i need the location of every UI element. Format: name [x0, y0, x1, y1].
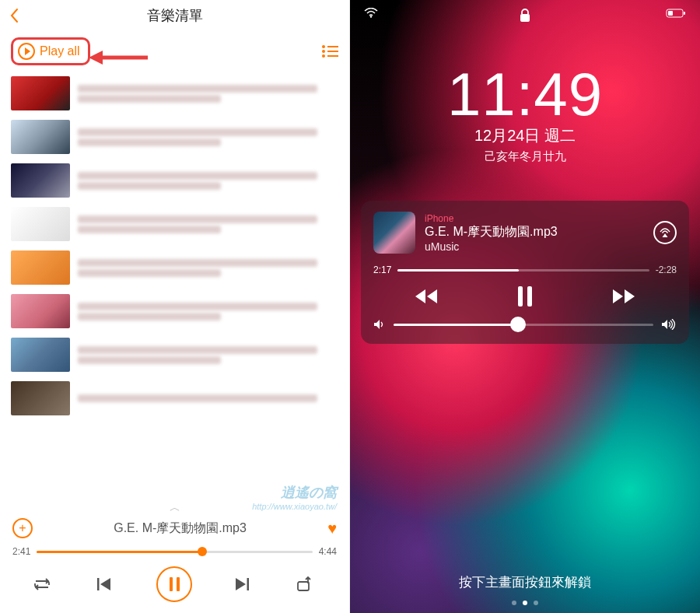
favorite-button[interactable]: ♥ [327, 520, 337, 538]
svg-marker-18 [663, 233, 668, 237]
media-widget: iPhone G.E. M-摩天動物園.mp3 uMusic 2:17 -2:2… [361, 201, 689, 344]
media-app-name: uMusic [425, 240, 644, 253]
svg-rect-7 [327, 55, 338, 57]
media-seek-fill [397, 269, 518, 271]
media-previous-button[interactable] [413, 287, 439, 306]
track-row[interactable] [0, 159, 349, 202]
track-title-blurred [78, 170, 338, 192]
unlock-hint: 按下主畫面按鈕來解鎖 [350, 573, 700, 591]
battery-icon [666, 9, 686, 18]
volume-low-icon [373, 319, 386, 330]
pause-icon [170, 577, 180, 591]
airplay-button[interactable] [653, 221, 677, 244]
track-title-blurred [78, 300, 338, 323]
next-button[interactable] [233, 576, 254, 593]
repeat-button[interactable] [33, 576, 54, 592]
back-button[interactable] [9, 8, 19, 23]
track-row[interactable] [0, 202, 349, 246]
volume-high-icon [661, 319, 677, 330]
svg-rect-16 [668, 11, 673, 16]
media-track-title: G.E. M-摩天動物園.mp3 [425, 224, 644, 240]
svg-marker-23 [374, 320, 380, 329]
track-row[interactable] [0, 72, 349, 115]
volume-slider[interactable] [394, 324, 653, 326]
seek-knob[interactable] [198, 547, 207, 556]
media-next-button[interactable] [611, 287, 637, 306]
play-all-label: Play all [40, 44, 80, 58]
track-title-blurred [78, 213, 338, 236]
track-thumbnail [11, 381, 70, 415]
media-seek-slider[interactable] [397, 269, 649, 271]
play-all-button[interactable]: Play all [11, 37, 90, 65]
previous-button[interactable] [95, 576, 117, 593]
clock-lunar: 己亥年冬月廿九 [350, 149, 700, 164]
svg-marker-20 [427, 289, 437, 303]
media-source: iPhone [425, 213, 644, 224]
track-thumbnail [11, 120, 70, 154]
volume-fill [394, 324, 518, 326]
play-icon [18, 43, 35, 60]
page-title: 音樂清單 [147, 6, 203, 25]
lock-icon [519, 8, 531, 23]
track-thumbnail [11, 250, 70, 285]
svg-marker-21 [613, 289, 623, 303]
list-menu-button[interactable] [321, 44, 338, 58]
svg-rect-15 [684, 12, 685, 15]
track-title-blurred [78, 126, 338, 149]
elapsed-time: 2:41 [12, 546, 30, 557]
track-title-blurred [78, 344, 338, 366]
mini-player: ︿ + G.E. M-摩天動物園.mp3 ♥ 2:41 4:44 [0, 495, 349, 613]
media-remaining: -2:28 [656, 264, 677, 275]
svg-marker-19 [415, 289, 425, 303]
svg-rect-17 [520, 14, 530, 22]
track-title-blurred [78, 82, 338, 105]
annotation-arrow-icon [87, 48, 149, 67]
share-button[interactable] [295, 576, 317, 593]
svg-marker-10 [236, 578, 246, 590]
track-row[interactable] [0, 289, 349, 333]
svg-marker-1 [89, 51, 103, 65]
svg-point-6 [322, 54, 325, 58]
track-row[interactable] [0, 377, 349, 420]
track-thumbnail [11, 207, 70, 241]
track-row[interactable] [0, 333, 349, 377]
now-playing-title: G.E. M-摩天動物園.mp3 [40, 520, 320, 537]
media-pause-button[interactable] [518, 286, 532, 306]
svg-point-2 [322, 45, 325, 48]
seek-fill [37, 551, 202, 553]
watermark: 逍遙の窩 http://www.xiaoyao.tw/ [252, 485, 337, 512]
lock-screen: 11:49 12月24日 週二 己亥年冬月廿九 iPhone G.E. M-摩天… [350, 0, 700, 613]
svg-marker-24 [662, 320, 667, 329]
track-row[interactable] [0, 115, 349, 159]
page-indicator [512, 601, 538, 605]
pause-button[interactable] [156, 566, 192, 602]
svg-marker-9 [100, 578, 110, 590]
add-button[interactable]: + [12, 518, 33, 538]
playall-row: Play all [0, 31, 349, 72]
track-row[interactable] [0, 246, 349, 289]
total-time: 4:44 [319, 546, 337, 557]
track-thumbnail [11, 294, 70, 328]
media-elapsed: 2:17 [373, 264, 391, 275]
track-thumbnail [11, 338, 70, 372]
clock-block: 11:49 12月24日 週二 己亥年冬月廿九 [350, 59, 700, 164]
track-thumbnail [11, 163, 70, 198]
volume-knob[interactable] [510, 317, 526, 332]
album-art [373, 212, 415, 254]
svg-point-13 [370, 16, 372, 17]
svg-rect-3 [327, 46, 338, 47]
seek-slider[interactable] [37, 551, 312, 553]
header: 音樂清單 [0, 0, 349, 31]
clock-date: 12月24日 週二 [350, 125, 700, 146]
svg-rect-8 [97, 578, 100, 590]
track-thumbnail [11, 76, 70, 110]
svg-rect-12 [298, 582, 309, 590]
svg-marker-22 [625, 289, 635, 303]
track-title-blurred [78, 257, 338, 279]
track-title-blurred [78, 392, 338, 405]
svg-rect-5 [327, 51, 338, 52]
track-list [0, 72, 349, 495]
wifi-icon [364, 8, 378, 18]
music-app-screen: 音樂清單 Play all [0, 0, 350, 613]
clock-time: 11:49 [350, 59, 700, 130]
